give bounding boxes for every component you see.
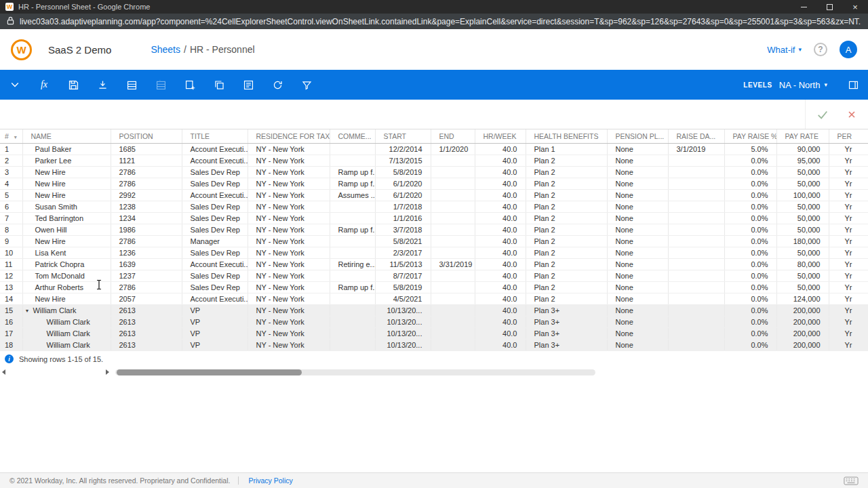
cell-pay_raise[interactable]: 0.0% — [724, 224, 776, 235]
cell-pay_rate[interactable]: 80,000 — [776, 258, 829, 270]
cell-pay_rate[interactable]: 50,000 — [776, 178, 829, 189]
cell-num[interactable]: 18 — [0, 339, 22, 350]
cell-pay_rate[interactable]: 200,000 — [776, 316, 829, 327]
url-text[interactable]: livec03a03.adaptiveplanning.com/app?comp… — [20, 17, 861, 26]
cell-health[interactable]: Plan 2 — [526, 281, 607, 293]
cell-end[interactable] — [431, 293, 475, 304]
cell-name[interactable]: Parker Lee — [22, 155, 111, 166]
cell-pay_raise[interactable]: 0.0% — [724, 166, 776, 178]
cell-pension[interactable]: None — [607, 327, 668, 339]
cell-title[interactable]: Sales Dev Rep — [182, 212, 248, 224]
cell-title[interactable]: Sales Dev Rep — [182, 201, 248, 212]
cell-name[interactable]: Susan Smith — [22, 201, 111, 212]
formula-input[interactable] — [0, 100, 805, 129]
frozen-pane-scrollbar[interactable] — [2, 369, 109, 375]
cell-raise_date[interactable] — [668, 270, 724, 281]
cell-pay_raise[interactable]: 0.0% — [724, 327, 776, 339]
cell-pension[interactable]: None — [607, 339, 668, 350]
cell-raise_date[interactable] — [668, 166, 724, 178]
cell-health[interactable]: Plan 2 — [526, 293, 607, 304]
cell-pension[interactable]: None — [607, 270, 668, 281]
cell-per[interactable]: Yr — [829, 212, 868, 224]
cell-title[interactable]: VP — [182, 339, 248, 350]
cell-start[interactable]: 12/2/2014 — [375, 143, 431, 155]
privacy-policy-link[interactable]: Privacy Policy — [248, 476, 292, 485]
cell-start[interactable]: 6/1/2020 — [375, 178, 431, 189]
cell-hr_week[interactable]: 40.0 — [475, 166, 526, 178]
cell-num[interactable]: 8 — [0, 224, 22, 235]
cell-comment[interactable]: Ramp up f... — [330, 178, 375, 189]
cell-per[interactable]: Yr — [829, 178, 868, 189]
cell-pay_raise[interactable]: 0.0% — [724, 304, 776, 316]
cell-raise_date[interactable] — [668, 224, 724, 235]
export-rows-icon[interactable] — [154, 78, 167, 92]
col-header-pay_raise[interactable]: PAY RAISE % — [724, 129, 776, 143]
cell-raise_date[interactable] — [668, 247, 724, 258]
cell-pension[interactable]: None — [607, 281, 668, 293]
col-header-raise_date[interactable]: RAISE DA... — [668, 129, 724, 143]
cell-name[interactable]: New Hire — [22, 166, 111, 178]
cell-comment[interactable]: Retiring e... — [330, 258, 375, 270]
cell-title[interactable]: Account Executi... — [182, 155, 248, 166]
cell-pension[interactable]: None — [607, 316, 668, 327]
cell-residence[interactable]: NY - New York — [248, 247, 330, 258]
cell-comment[interactable] — [330, 327, 375, 339]
collapse-triangle-icon[interactable]: ▼ — [25, 308, 30, 313]
export-icon[interactable] — [96, 78, 109, 92]
cell-end[interactable] — [431, 224, 475, 235]
cell-comment[interactable] — [330, 235, 375, 247]
cell-end[interactable] — [431, 155, 475, 166]
cell-title[interactable]: Account Executi... — [182, 258, 248, 270]
cell-comment[interactable] — [330, 316, 375, 327]
cell-position[interactable]: 2613 — [111, 327, 182, 339]
cell-start[interactable]: 5/8/2019 — [375, 281, 431, 293]
cell-position[interactable]: 1685 — [111, 143, 182, 155]
cell-num[interactable]: 5 — [0, 189, 22, 201]
cell-residence[interactable]: NY - New York — [248, 235, 330, 247]
cell-num[interactable]: 14 — [0, 293, 22, 304]
cell-comment[interactable] — [330, 201, 375, 212]
row-filter-caret-icon[interactable]: ▾ — [14, 134, 17, 140]
col-header-pension[interactable]: PENSION PL... — [607, 129, 668, 143]
cell-residence[interactable]: NY - New York — [248, 304, 330, 316]
cell-residence[interactable]: NY - New York — [248, 212, 330, 224]
cell-position[interactable]: 2786 — [111, 281, 182, 293]
level-dropdown[interactable]: NA - North ▾ — [779, 80, 827, 90]
cell-name[interactable]: New Hire — [22, 293, 111, 304]
cell-per[interactable]: Yr — [829, 235, 868, 247]
cell-comment[interactable]: Ramp up f... — [330, 166, 375, 178]
cell-pay_raise[interactable]: 0.0% — [724, 339, 776, 350]
cell-end[interactable]: 1/1/2020 — [431, 143, 475, 155]
cell-pay_raise[interactable]: 0.0% — [724, 247, 776, 258]
cell-raise_date[interactable] — [668, 327, 724, 339]
cell-pay_rate[interactable]: 200,000 — [776, 339, 829, 350]
col-header-health[interactable]: HEALTH BENEFITS — [526, 129, 607, 143]
cell-name[interactable]: Owen Hill — [22, 224, 111, 235]
cell-hr_week[interactable]: 40.0 — [475, 293, 526, 304]
cell-position[interactable]: 2613 — [111, 339, 182, 350]
cell-pension[interactable]: None — [607, 155, 668, 166]
col-header-title[interactable]: TITLE — [182, 129, 248, 143]
cell-residence[interactable]: NY - New York — [248, 281, 330, 293]
cell-health[interactable]: Plan 2 — [526, 224, 607, 235]
cell-pay_raise[interactable]: 0.0% — [724, 235, 776, 247]
add-row-icon[interactable] — [183, 78, 197, 92]
cell-pay_rate[interactable]: 50,000 — [776, 212, 829, 224]
cell-pay_raise[interactable]: 0.0% — [724, 201, 776, 212]
cell-name[interactable]: New Hire — [22, 235, 111, 247]
sheet-menu-chevron-icon[interactable] — [8, 78, 22, 92]
cell-end[interactable] — [431, 304, 475, 316]
cell-start[interactable]: 8/7/2017 — [375, 270, 431, 281]
cell-pay_rate[interactable]: 90,000 — [776, 143, 829, 155]
cell-title[interactable]: VP — [182, 316, 248, 327]
cell-comment[interactable] — [330, 339, 375, 350]
cell-pay_raise[interactable]: 0.0% — [724, 281, 776, 293]
col-header-per[interactable]: PER — [829, 129, 868, 143]
scrollbar-thumb[interactable] — [117, 369, 302, 375]
cell-comment[interactable] — [330, 293, 375, 304]
cell-pension[interactable]: None — [607, 212, 668, 224]
cell-health[interactable]: Plan 3+ — [526, 304, 607, 316]
cell-comment[interactable]: Ramp up f... — [330, 224, 375, 235]
cell-pay_rate[interactable]: 50,000 — [776, 281, 829, 293]
cell-position[interactable]: 2992 — [111, 189, 182, 201]
